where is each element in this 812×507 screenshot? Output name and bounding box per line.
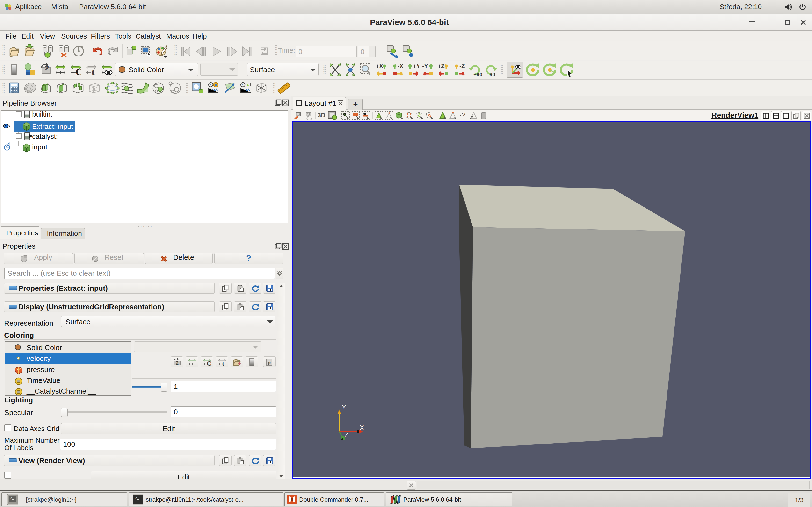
svg-text:+Z: +Z [438, 63, 445, 69]
svg-text:catalyst:: catalyst: [32, 132, 58, 140]
svg-text:2: 2 [176, 360, 179, 365]
svg-text:C: C [207, 360, 211, 365]
svg-text:e: e [268, 359, 271, 366]
svg-text:Z: Z [344, 432, 348, 439]
svg-text:+90: +90 [473, 71, 481, 76]
svg-text:-Z: -Z [459, 63, 465, 69]
svg-text:builtin:: builtin: [32, 111, 52, 118]
svg-text:+X: +X [376, 63, 383, 69]
svg-text:Extract: input: Extract: input [32, 123, 73, 130]
svg-text:C: C [75, 66, 82, 75]
svg-text:-X: -X [398, 63, 403, 69]
svg-text:t: t [92, 67, 95, 75]
svg-text:-Y: -Y [422, 63, 428, 69]
svg-text:-90: -90 [488, 71, 495, 76]
svg-text:Y: Y [342, 404, 346, 411]
svg-text:input: input [32, 143, 47, 151]
svg-text:+Y: +Y [413, 63, 419, 69]
svg-text:2: 2 [45, 64, 49, 72]
svg-text:t: t [222, 360, 224, 365]
svg-text:X: X [360, 424, 364, 431]
